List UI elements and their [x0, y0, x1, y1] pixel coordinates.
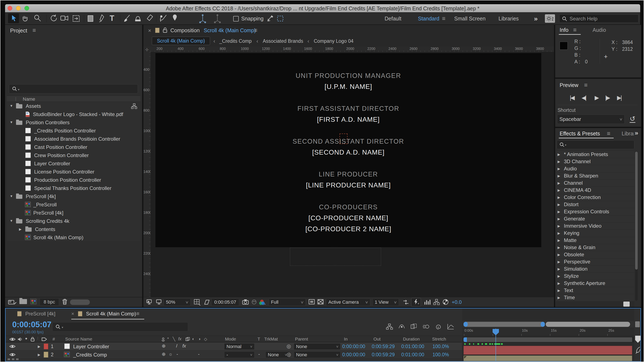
show-channels-icon[interactable]	[259, 299, 266, 306]
hide-shy-layers-icon[interactable]	[398, 324, 405, 330]
disclosure-open-icon[interactable]: ▼	[10, 104, 13, 108]
libraries-tab[interactable]: Libraries	[622, 131, 634, 137]
effects-panel-menu-icon[interactable]: ≡	[607, 130, 610, 137]
layer-in-value[interactable]: 0:00:00:00	[342, 352, 365, 358]
timeline-panel-icon[interactable]	[424, 299, 430, 305]
info-panel-menu-icon[interactable]: ≡	[573, 26, 576, 33]
tree-row-solid[interactable]: Production Position Controller	[7, 176, 140, 184]
preview-panel-tab[interactable]: Preview	[560, 82, 578, 88]
comp-marker-bin-button[interactable]	[635, 321, 640, 327]
play-button[interactable]: ▶	[595, 94, 599, 101]
layer-in-value[interactable]: 0:00:00:00	[342, 344, 365, 349]
tree-row-solid[interactable]: Special Thanks Position Controller	[7, 184, 140, 192]
eraser-tool-button[interactable]	[145, 14, 153, 23]
world-axis-mode-button[interactable]	[213, 14, 222, 24]
stretch-column-label[interactable]: Stretch	[432, 337, 446, 342]
workspace-libraries[interactable]: Libraries	[498, 15, 519, 22]
layer-duration-value[interactable]: 0:01:00:00	[401, 352, 424, 358]
tree-row-comp[interactable]: _PreScroll	[7, 200, 140, 209]
first-frame-button[interactable]: |◀	[570, 94, 574, 101]
duration-column-label[interactable]: Duration	[403, 337, 420, 342]
layer-out-value[interactable]: 0:00:59:29	[372, 352, 395, 358]
disclosure-closed-icon[interactable]: ▶	[558, 167, 560, 171]
time-navigator-bar[interactable]	[464, 322, 545, 327]
tree-row-solid[interactable]: Cast Position Controller	[7, 143, 140, 151]
effects-category-row[interactable]: ▶Blur & Sharpen	[556, 172, 634, 180]
layer-row-1[interactable]: ▶ 1 Layer Controller ⊕ / fx Normal> ◎ No…	[6, 343, 462, 351]
rectangle-tool-button[interactable]	[87, 15, 94, 23]
blend-mode-dropdown[interactable]: Normal>	[224, 343, 254, 350]
exposure-value[interactable]: +0.0	[452, 299, 462, 305]
source-name-column-label[interactable]: Source Name	[65, 337, 92, 342]
effects-category-row[interactable]: ▶Expression Controls	[556, 208, 634, 215]
tree-row-solid[interactable]: Crew Position Controller	[7, 151, 140, 160]
flowchart-icon[interactable]	[131, 103, 137, 109]
layer-row-2[interactable]: ▶ 2 _Credits Comp ⊕ ☼ - - -> - None> ◎ N…	[6, 351, 462, 359]
anchor-switch-icon[interactable]: ⊕	[162, 343, 166, 349]
effects-category-row[interactable]: ▶Stylize	[556, 273, 634, 280]
layer-anchor-outline[interactable]	[340, 134, 348, 144]
timeline-bottom-toggle[interactable]	[8, 359, 10, 360]
comp-panel-menu-icon[interactable]: ≡	[254, 27, 257, 34]
snapshot-icon[interactable]	[242, 299, 249, 305]
local-axis-mode-button[interactable]	[198, 14, 207, 24]
interpret-footage-button[interactable]	[8, 299, 16, 306]
effects-category-row[interactable]: ▶Audio	[556, 165, 634, 173]
timeline-tab-menu-icon[interactable]: ≡	[136, 310, 140, 317]
tree-row-folder-assets[interactable]: ▼ Assets	[7, 102, 140, 110]
blend-mode-dropdown[interactable]: ->	[224, 352, 254, 358]
transparency-grid-icon[interactable]	[317, 299, 324, 305]
sync-settings-button[interactable]	[545, 14, 555, 23]
trkmat-column-label[interactable]: TrkMat	[264, 337, 278, 342]
work-area-track[interactable]	[463, 337, 634, 343]
layer-duration-value[interactable]: 0:01:00:00	[401, 344, 424, 349]
comp-flowchart-icon[interactable]	[433, 299, 440, 305]
disclosure-closed-icon[interactable]: ▶	[558, 267, 560, 271]
t-column-label[interactable]: T	[258, 337, 260, 342]
effects-switch[interactable]: fx	[182, 343, 186, 349]
last-frame-button[interactable]: ▶|	[617, 94, 621, 101]
disclosure-closed-icon[interactable]: ▶	[558, 281, 560, 285]
effects-category-row[interactable]: ▶CINEMA 4D	[556, 186, 634, 194]
disclosure-closed-icon[interactable]: ▶	[558, 202, 560, 206]
selection-tool-button[interactable]	[8, 13, 19, 23]
parent-column-label[interactable]: Parent	[295, 337, 308, 342]
unlock-icon[interactable]	[163, 27, 168, 33]
disclosure-closed-icon[interactable]: ▶	[558, 253, 560, 257]
sidebar-section-divider[interactable]	[555, 127, 641, 128]
frame-blending-icon[interactable]	[410, 324, 418, 330]
workspace-overflow-chevron[interactable]: »	[534, 15, 538, 22]
puppet-pin-tool-button[interactable]	[171, 14, 178, 23]
navigator-end-handle[interactable]	[541, 322, 545, 327]
search-help-box[interactable]: Search Help	[559, 14, 638, 23]
effects-category-row[interactable]: ▶Keying	[556, 229, 634, 237]
motion-blur-shutter-icon[interactable]	[442, 299, 449, 305]
tree-row-solid[interactable]: License Position Controller	[7, 168, 140, 176]
project-panel-menu-icon[interactable]: ≡	[32, 27, 36, 34]
effects-category-row[interactable]: ▶Generate	[556, 215, 634, 223]
previous-frame-button[interactable]: ◀|	[582, 94, 586, 101]
anchor-switch-icon[interactable]: ⊕	[162, 352, 166, 357]
grid-guides-icon[interactable]	[194, 299, 201, 306]
tree-row-solid[interactable]: Layer Controller	[7, 160, 140, 168]
ruler-corner-box[interactable]: ⊹	[144, 47, 150, 52]
in-column-label[interactable]: In	[344, 337, 348, 342]
tree-row-folder-scrolling-credits[interactable]: ▼ Scrolling Credits 4k	[7, 217, 140, 225]
breadcrumb-current-pill[interactable]: Scroll 4k (Main Comp)	[152, 37, 210, 45]
graph-editor-icon[interactable]	[447, 324, 454, 330]
layer-expander-icon[interactable]: ▶	[38, 345, 40, 349]
disclosure-closed-icon[interactable]: ▶	[19, 227, 22, 231]
time-ruler[interactable]: 0:00s05s10s15s20s25s	[463, 329, 634, 336]
effects-category-row[interactable]: ▶Noise & Grain	[556, 244, 634, 251]
disclosure-closed-icon[interactable]: ▶	[558, 210, 560, 214]
out-column-label[interactable]: Out	[374, 337, 380, 342]
current-time-display[interactable]: 0:00:05:07	[12, 320, 52, 329]
disclosure-closed-icon[interactable]: ▶	[558, 238, 560, 242]
effects-category-row[interactable]: ▶Obsolete	[556, 251, 634, 258]
tree-row-pdf-footage[interactable]: StudioBinder Logo - Stacked - White.pdf	[7, 110, 140, 119]
layer-label-color[interactable]	[44, 344, 48, 349]
delete-item-button[interactable]	[62, 299, 68, 306]
resolution-dropdown[interactable]: Full>	[269, 298, 306, 306]
layer-2-duration-bar[interactable]	[464, 356, 632, 361]
layer-stretch-value[interactable]: 100.0%	[432, 352, 449, 358]
